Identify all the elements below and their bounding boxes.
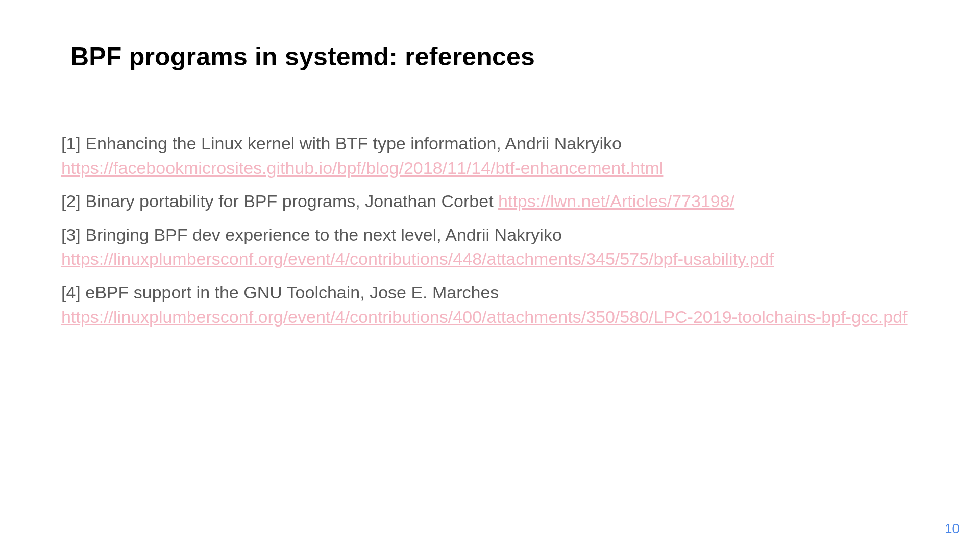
reference-desc: [4] eBPF support in the GNU Toolchain, J… bbox=[61, 281, 919, 305]
reference-link[interactable]: https://linuxplumbersconf.org/event/4/co… bbox=[61, 307, 908, 327]
slide: BPF programs in systemd: references [1] … bbox=[0, 0, 980, 551]
reference-desc: [1] Enhancing the Linux kernel with BTF … bbox=[61, 132, 919, 156]
reference-item: [1] Enhancing the Linux kernel with BTF … bbox=[61, 132, 919, 180]
reference-item: [4] eBPF support in the GNU Toolchain, J… bbox=[61, 281, 919, 329]
reference-desc: [3] Bringing BPF dev experience to the n… bbox=[61, 223, 919, 247]
references-body: [1] Enhancing the Linux kernel with BTF … bbox=[61, 132, 919, 338]
reference-link[interactable]: https://facebookmicrosites.github.io/bpf… bbox=[61, 158, 663, 178]
reference-item: [3] Bringing BPF dev experience to the n… bbox=[61, 223, 919, 271]
reference-link[interactable]: https://linuxplumbersconf.org/event/4/co… bbox=[61, 249, 774, 268]
reference-item: [2] Binary portability for BPF programs,… bbox=[61, 189, 919, 214]
reference-link[interactable]: https://lwn.net/Articles/773198/ bbox=[498, 191, 734, 211]
reference-desc: [2] Binary portability for BPF programs,… bbox=[61, 191, 498, 211]
page-number: 10 bbox=[945, 521, 960, 537]
slide-title: BPF programs in systemd: references bbox=[70, 42, 535, 71]
